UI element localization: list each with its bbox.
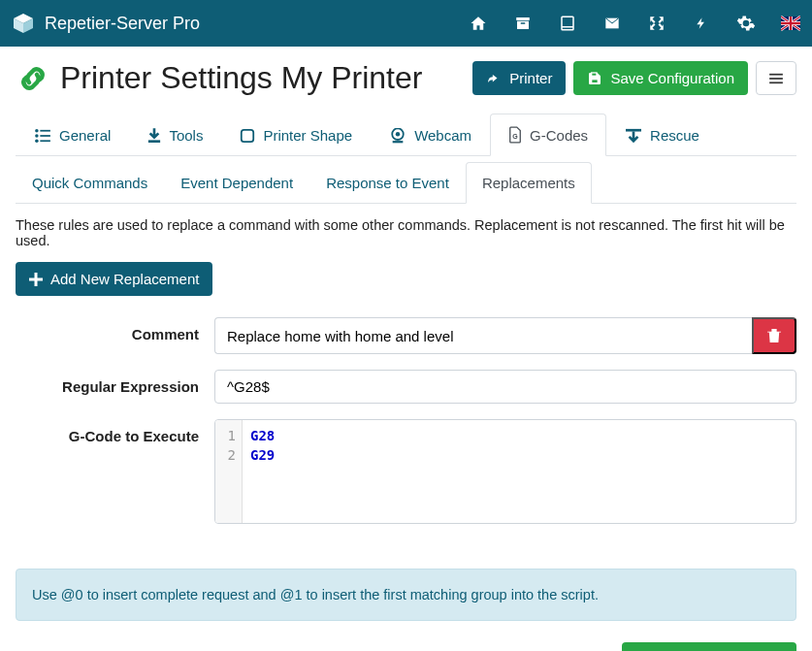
save-configuration-button-footer[interactable]: Save Configuration [622, 642, 796, 651]
list-icon [34, 129, 51, 143]
gear-icon[interactable] [736, 14, 756, 33]
editor-gutter: 1 2 [215, 420, 243, 523]
svg-rect-21 [242, 129, 253, 141]
file-g-icon: G [508, 126, 522, 144]
tab-printer-shape[interactable]: Printer Shape [221, 114, 371, 156]
logo-icon [12, 12, 35, 35]
sub-tabs: Quick Commands Event Dependent Response … [16, 162, 796, 204]
gcode-line-1: G28 [250, 428, 275, 443]
svg-rect-30 [776, 334, 777, 341]
home-icon[interactable] [469, 14, 488, 33]
flag-uk-icon[interactable] [781, 14, 800, 33]
subtab-response-to-event[interactable]: Response to Event [309, 162, 466, 204]
svg-rect-19 [40, 140, 50, 142]
menu-button[interactable] [756, 61, 796, 95]
regex-input[interactable] [214, 370, 796, 404]
reply-icon [486, 72, 502, 85]
tab-gcodes[interactable]: G G-Codes [490, 114, 606, 156]
square-icon [240, 128, 255, 144]
svg-rect-15 [40, 129, 50, 131]
comment-input[interactable] [214, 317, 752, 354]
row-comment: Comment [16, 317, 796, 354]
svg-rect-28 [771, 334, 772, 341]
brand-text: Repetier-Server Pro [45, 14, 200, 34]
archive-icon[interactable] [513, 14, 533, 33]
hamburger-icon [768, 73, 784, 84]
svg-rect-9 [592, 73, 597, 76]
svg-rect-17 [40, 135, 50, 137]
main-tabs: General Tools Printer Shape Webcam G G-C… [16, 114, 796, 156]
svg-text:G: G [512, 133, 518, 140]
rescue-icon [625, 128, 642, 144]
svg-point-14 [35, 129, 39, 133]
subtab-event-dependent[interactable]: Event Dependent [164, 162, 309, 204]
svg-point-23 [396, 132, 400, 136]
subtab-replacements[interactable]: Replacements [466, 162, 592, 204]
plus-icon [29, 273, 43, 286]
row-gcode: G-Code to Execute 1 2 G28 G29 [16, 419, 796, 524]
svg-point-18 [35, 139, 39, 143]
trash-icon [767, 328, 781, 343]
info-box: Use @0 to insert complete request and @1… [16, 569, 796, 621]
label-comment: Comment [16, 317, 214, 342]
svg-rect-3 [516, 17, 530, 20]
svg-point-16 [35, 134, 39, 138]
header-actions: Printer Save Configuration [472, 61, 796, 95]
page-title-text: Printer Settings My Printer [60, 60, 422, 96]
tab-tools[interactable]: Tools [129, 114, 221, 156]
row-regex: Regular Expression [16, 370, 796, 404]
navbar: Repetier-Server Pro [0, 0, 812, 47]
svg-rect-20 [148, 140, 160, 143]
tablet-icon[interactable] [558, 14, 577, 33]
expand-icon[interactable] [647, 14, 666, 33]
svg-rect-27 [29, 277, 43, 280]
add-new-replacement-button[interactable]: Add New Replacement [16, 262, 212, 296]
gcode-line-2: G29 [250, 447, 275, 463]
save-icon [587, 71, 602, 86]
tab-general[interactable]: General [16, 114, 129, 156]
navbar-brand[interactable]: Repetier-Server Pro [12, 12, 200, 35]
save-configuration-button[interactable]: Save Configuration [573, 61, 748, 95]
navbar-icons [469, 14, 800, 33]
editor-lines[interactable]: G28 G29 [243, 420, 796, 523]
bolt-icon[interactable] [692, 14, 711, 33]
svg-rect-29 [773, 334, 774, 341]
label-regex: Regular Expression [16, 370, 214, 395]
webcam-icon [389, 128, 406, 144]
svg-rect-25 [626, 128, 641, 131]
label-gcode: G-Code to Execute [16, 419, 214, 444]
svg-rect-4 [517, 21, 529, 29]
svg-rect-10 [592, 79, 599, 82]
tab-rescue[interactable]: Rescue [606, 114, 718, 156]
gcode-editor[interactable]: 1 2 G28 G29 [214, 419, 796, 524]
page-header: Printer Settings My Printer Printer Save… [0, 47, 812, 104]
description-text: These rules are used to replace a comman… [16, 217, 796, 248]
link-icon [16, 61, 50, 96]
download-icon [147, 128, 161, 144]
envelope-icon[interactable] [602, 14, 622, 33]
subtab-quick-commands[interactable]: Quick Commands [16, 162, 164, 204]
footer-actions: Save Configuration [0, 636, 812, 651]
svg-rect-6 [562, 16, 573, 30]
delete-button[interactable] [752, 317, 796, 354]
tab-webcam[interactable]: Webcam [371, 114, 490, 156]
svg-rect-5 [521, 22, 526, 24]
content-area: These rules are used to replace a comman… [0, 204, 812, 553]
page-title: Printer Settings My Printer [16, 60, 422, 96]
printer-button[interactable]: Printer [472, 61, 566, 95]
